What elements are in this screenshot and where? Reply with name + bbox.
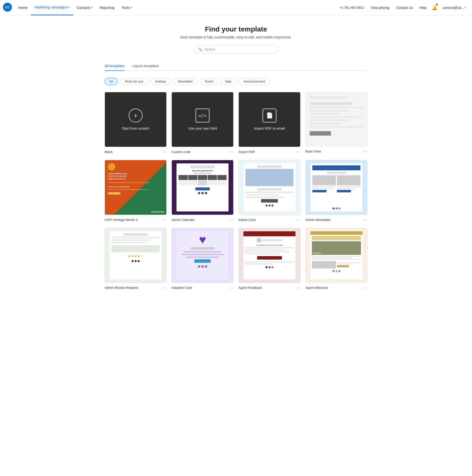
template-card-adoption-card[interactable]: ♥ Adoption Card	[172, 228, 234, 290]
nav-item-home[interactable]: Home	[15, 0, 31, 15]
tab-all-templates[interactable]: All templates	[105, 61, 124, 71]
template-tabs: All templates Layout templates	[105, 61, 367, 71]
nav-phone: +1 781-482-8911	[337, 6, 367, 9]
agent-welcome-logo	[312, 236, 361, 240]
search-container: 🔍	[194, 45, 278, 54]
more-options-adoption-card[interactable]: ···	[229, 285, 234, 290]
agent-welcome-image: Welcome	[312, 241, 361, 255]
import-pdf-label: Import PDF to email	[254, 126, 285, 130]
filter-newsletter[interactable]: Newsletter	[173, 78, 198, 85]
more-options-custom-code[interactable]: ···	[229, 149, 234, 154]
code-icon: </>	[196, 109, 209, 122]
chevron-down-icon: ▾	[68, 6, 70, 9]
template-name-adoption-card: Adoption Card	[172, 286, 192, 290]
template-name-admin-calendar: Admin Calendar	[172, 218, 195, 222]
template-card-aapi[interactable]: ASIAN AMERICAN &PACIFIC ISLANDERHERITAGE…	[105, 160, 167, 222]
more-options-blank[interactable]: ···	[162, 149, 167, 154]
admin-newsletter-logo	[327, 172, 346, 174]
heart-icon: ♥	[199, 234, 206, 246]
admin-card-image	[245, 169, 294, 186]
template-name-aapi: AAPI Heritage Month 2	[105, 218, 138, 222]
nav-item-reporting[interactable]: Reporting	[96, 0, 118, 15]
more-options-basic-note[interactable]: ···	[363, 149, 367, 153]
nav-item-help[interactable]: Help	[416, 0, 429, 15]
navbar: CC Home Marketing campaigns ▾ Contacts ▾…	[0, 0, 472, 15]
template-card-agent-feedback[interactable]: Your feedback is essential. How are we d…	[238, 228, 300, 290]
nav-item-contacts[interactable]: Contacts ▾	[73, 0, 96, 15]
template-grid: ＋ Start from scratch Blank ··· </> Use y…	[105, 92, 367, 290]
search-input[interactable]	[204, 47, 274, 51]
chevron-down-icon: ▾	[465, 6, 466, 9]
template-name-admin-newsletter: Admin Newsletter	[305, 218, 331, 222]
more-options-agent-welcome[interactable]: ···	[363, 285, 367, 290]
admin-card-cta	[261, 199, 278, 203]
more-options-admin-review[interactable]: ···	[162, 285, 167, 290]
template-name-agent-welcome: Agent Welcome	[305, 286, 328, 290]
search-icon: 🔍	[198, 47, 202, 51]
basic-note-headline	[310, 102, 353, 105]
template-card-blank[interactable]: ＋ Start from scratch Blank ···	[105, 92, 167, 154]
template-card-admin-calendar[interactable]: Upcoming Appointments Updates to this we…	[172, 160, 234, 222]
star-rating: ★★★★☆	[112, 254, 160, 258]
template-card-admin-card[interactable]: Admin Card ···	[238, 160, 300, 222]
template-name-agent-feedback: Agent Feedback	[238, 286, 262, 290]
more-options-aapi[interactable]: ···	[162, 217, 167, 222]
custom-code-label: Use your own html	[188, 126, 217, 130]
admin-cal-logo	[190, 165, 214, 168]
search-section: 🔍	[105, 45, 367, 54]
page-title: Find your template	[105, 25, 367, 33]
template-name-admin-review: Admin Review Request	[105, 286, 138, 290]
template-card-custom-code[interactable]: </> Use your own html Custom code ···	[172, 92, 234, 154]
template-name-basic-note: Basic Note	[305, 149, 321, 153]
template-name-admin-card: Admin Card	[238, 218, 256, 222]
chevron-down-icon: ▾	[131, 6, 132, 9]
template-card-basic-note[interactable]: Basic Note ···	[305, 92, 367, 154]
admin-newsletter-header	[312, 165, 361, 170]
blank-label: Start from scratch	[122, 126, 149, 130]
filter-holiday[interactable]: Holiday	[150, 78, 171, 85]
user-menu[interactable]: concon@ca... ▾	[440, 0, 469, 15]
notification-dot	[436, 3, 438, 5]
svg-text:CC: CC	[5, 5, 10, 9]
template-card-admin-newsletter[interactable]: Admin Newsletter ···	[305, 160, 367, 222]
more-options-admin-newsletter[interactable]: ···	[363, 217, 367, 222]
admin-review-logo	[123, 233, 148, 236]
adoption-logo	[191, 247, 214, 250]
logo[interactable]: CC	[3, 3, 12, 12]
filter-announcement[interactable]: Announcement	[239, 78, 270, 85]
template-card-agent-welcome[interactable]: Welcome	[305, 228, 367, 290]
nav-item-contact-us[interactable]: Contact us	[393, 0, 416, 15]
template-card-admin-review[interactable]: ★★★★☆ Admin Review Request ···	[105, 228, 167, 290]
template-card-import-pdf[interactable]: 📄 Import PDF to email Import PDF ···	[238, 92, 300, 154]
chevron-down-icon: ▾	[91, 6, 93, 9]
nav-item-view-pricing[interactable]: View pricing	[367, 0, 393, 15]
filter-all[interactable]: All	[105, 78, 118, 85]
pdf-icon: 📄	[263, 109, 276, 122]
agent-feedback-cta	[257, 256, 282, 260]
more-options-admin-calendar[interactable]: ···	[229, 217, 234, 222]
agent-welcome-header	[310, 231, 363, 235]
filter-sale[interactable]: Sale	[220, 78, 236, 85]
filter-picks-for-you[interactable]: Picks for you	[120, 78, 148, 85]
notification-bell[interactable]: 🔔	[429, 0, 440, 15]
more-options-admin-card[interactable]: ···	[296, 217, 300, 222]
template-name-custom-code: Custom code	[172, 150, 191, 154]
bell-icon: 🔔	[432, 5, 437, 10]
more-options-agent-feedback[interactable]: ···	[296, 285, 300, 290]
admin-card-logo	[257, 165, 281, 168]
admin-cal-title: Upcoming Appointments	[178, 170, 227, 172]
plus-icon: ＋	[129, 109, 143, 122]
basic-note-cta	[310, 131, 331, 136]
agent-feedback-header	[243, 231, 296, 236]
page-subtitle: Each template is fully customizable, eas…	[105, 35, 367, 39]
more-options-import-pdf[interactable]: ···	[296, 149, 300, 154]
adoption-cta	[194, 259, 211, 263]
nav-item-tools[interactable]: Tools ▾	[118, 0, 135, 15]
filter-event[interactable]: Event	[200, 78, 218, 85]
main-content: Find your template Each template is full…	[100, 15, 372, 305]
template-name-blank: Blank	[105, 150, 113, 154]
tab-layout-templates[interactable]: Layout templates	[132, 61, 159, 71]
nav-item-marketing-campaigns[interactable]: Marketing campaigns ▾	[31, 0, 73, 15]
template-name-import-pdf: Import PDF	[238, 150, 255, 154]
filter-pills: All Picks for you Holiday Newsletter Eve…	[105, 78, 367, 85]
